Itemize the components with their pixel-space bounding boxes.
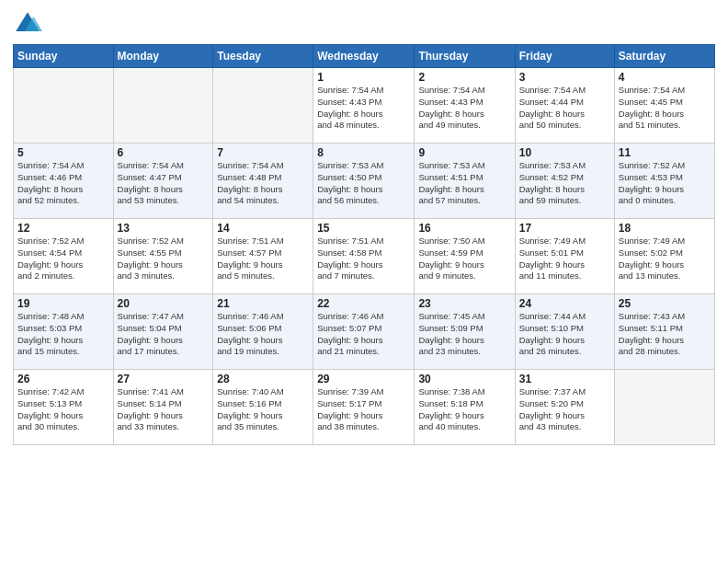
weekday-header: Thursday [415, 45, 515, 68]
calendar-cell: 29Sunrise: 7:39 AM Sunset: 5:17 PM Dayli… [313, 370, 415, 445]
day-info: Sunrise: 7:41 AM Sunset: 5:14 PM Dayligh… [118, 386, 210, 433]
day-info: Sunrise: 7:40 AM Sunset: 5:16 PM Dayligh… [217, 386, 309, 433]
calendar-cell: 27Sunrise: 7:41 AM Sunset: 5:14 PM Dayli… [113, 370, 213, 445]
day-number: 9 [418, 146, 510, 159]
calendar-cell: 21Sunrise: 7:46 AM Sunset: 5:06 PM Dayli… [213, 294, 313, 370]
day-number: 4 [619, 71, 711, 84]
day-info: Sunrise: 7:52 AM Sunset: 4:54 PM Dayligh… [17, 236, 109, 282]
calendar-week-row: 19Sunrise: 7:48 AM Sunset: 5:03 PM Dayli… [14, 294, 715, 370]
calendar-cell: 19Sunrise: 7:48 AM Sunset: 5:03 PM Dayli… [14, 294, 114, 370]
calendar-cell: 12Sunrise: 7:52 AM Sunset: 4:54 PM Dayli… [14, 219, 114, 294]
day-number: 22 [317, 297, 410, 310]
calendar-cell: 4Sunrise: 7:54 AM Sunset: 4:45 PM Daylig… [614, 68, 714, 144]
calendar-week-row: 5Sunrise: 7:54 AM Sunset: 4:46 PM Daylig… [14, 144, 715, 219]
weekday-header: Friday [515, 45, 614, 68]
calendar-week-row: 12Sunrise: 7:52 AM Sunset: 4:54 PM Dayli… [14, 219, 715, 294]
day-info: Sunrise: 7:44 AM Sunset: 5:10 PM Dayligh… [519, 311, 610, 358]
logo [13, 9, 46, 39]
day-info: Sunrise: 7:54 AM Sunset: 4:43 PM Dayligh… [317, 85, 410, 132]
day-number: 19 [17, 297, 109, 310]
day-number: 15 [317, 222, 410, 235]
calendar-cell: 31Sunrise: 7:37 AM Sunset: 5:20 PM Dayli… [515, 370, 614, 445]
weekday-header-row: SundayMondayTuesdayWednesdayThursdayFrid… [14, 45, 715, 68]
day-info: Sunrise: 7:39 AM Sunset: 5:17 PM Dayligh… [317, 386, 410, 433]
day-info: Sunrise: 7:52 AM Sunset: 4:55 PM Dayligh… [118, 236, 210, 282]
day-number: 27 [118, 373, 210, 385]
day-number: 21 [217, 297, 309, 310]
day-info: Sunrise: 7:54 AM Sunset: 4:45 PM Dayligh… [619, 85, 711, 132]
calendar-cell: 14Sunrise: 7:51 AM Sunset: 4:57 PM Dayli… [213, 219, 313, 294]
calendar-cell: 11Sunrise: 7:52 AM Sunset: 4:53 PM Dayli… [614, 144, 714, 219]
calendar-cell: 24Sunrise: 7:44 AM Sunset: 5:10 PM Dayli… [515, 294, 614, 370]
day-info: Sunrise: 7:50 AM Sunset: 4:59 PM Dayligh… [418, 236, 510, 282]
day-info: Sunrise: 7:48 AM Sunset: 5:03 PM Dayligh… [17, 311, 109, 358]
calendar-table: SundayMondayTuesdayWednesdayThursdayFrid… [13, 44, 715, 445]
day-number: 5 [17, 146, 109, 159]
calendar-cell: 20Sunrise: 7:47 AM Sunset: 5:04 PM Dayli… [113, 294, 213, 370]
calendar-cell: 9Sunrise: 7:53 AM Sunset: 4:51 PM Daylig… [415, 144, 515, 219]
header [13, 9, 715, 39]
calendar-cell: 26Sunrise: 7:42 AM Sunset: 5:13 PM Dayli… [14, 370, 114, 445]
calendar-week-row: 1Sunrise: 7:54 AM Sunset: 4:43 PM Daylig… [14, 68, 715, 144]
day-info: Sunrise: 7:45 AM Sunset: 5:09 PM Dayligh… [418, 311, 510, 358]
day-number: 1 [317, 71, 410, 84]
day-info: Sunrise: 7:37 AM Sunset: 5:20 PM Dayligh… [519, 386, 610, 433]
calendar-cell: 7Sunrise: 7:54 AM Sunset: 4:48 PM Daylig… [213, 144, 313, 219]
day-number: 17 [519, 222, 610, 235]
day-info: Sunrise: 7:46 AM Sunset: 5:07 PM Dayligh… [317, 311, 410, 358]
calendar-cell: 2Sunrise: 7:54 AM Sunset: 4:43 PM Daylig… [415, 68, 515, 144]
day-info: Sunrise: 7:43 AM Sunset: 5:11 PM Dayligh… [619, 311, 711, 358]
day-number: 24 [519, 297, 610, 310]
calendar-cell: 28Sunrise: 7:40 AM Sunset: 5:16 PM Dayli… [213, 370, 313, 445]
day-number: 28 [217, 373, 309, 385]
day-info: Sunrise: 7:46 AM Sunset: 5:06 PM Dayligh… [217, 311, 309, 358]
calendar-cell [113, 68, 213, 144]
day-number: 13 [118, 222, 210, 235]
day-info: Sunrise: 7:54 AM Sunset: 4:44 PM Dayligh… [519, 85, 610, 132]
calendar-cell: 18Sunrise: 7:49 AM Sunset: 5:02 PM Dayli… [614, 219, 714, 294]
day-number: 29 [317, 373, 410, 385]
day-info: Sunrise: 7:53 AM Sunset: 4:52 PM Dayligh… [519, 160, 610, 207]
day-number: 10 [519, 146, 610, 159]
calendar-week-row: 26Sunrise: 7:42 AM Sunset: 5:13 PM Dayli… [14, 370, 715, 445]
day-number: 30 [418, 373, 510, 385]
calendar-cell: 8Sunrise: 7:53 AM Sunset: 4:50 PM Daylig… [313, 144, 415, 219]
logo-icon [13, 9, 42, 39]
calendar-cell: 5Sunrise: 7:54 AM Sunset: 4:46 PM Daylig… [14, 144, 114, 219]
day-number: 26 [17, 373, 109, 385]
calendar-cell: 25Sunrise: 7:43 AM Sunset: 5:11 PM Dayli… [614, 294, 714, 370]
weekday-header: Saturday [614, 45, 714, 68]
calendar-cell: 23Sunrise: 7:45 AM Sunset: 5:09 PM Dayli… [415, 294, 515, 370]
day-number: 11 [619, 146, 711, 159]
day-info: Sunrise: 7:51 AM Sunset: 4:57 PM Dayligh… [217, 236, 309, 282]
calendar-cell [14, 68, 114, 144]
day-number: 3 [519, 71, 610, 84]
day-info: Sunrise: 7:38 AM Sunset: 5:18 PM Dayligh… [418, 386, 510, 433]
calendar-cell: 10Sunrise: 7:53 AM Sunset: 4:52 PM Dayli… [515, 144, 614, 219]
day-number: 25 [619, 297, 711, 310]
calendar-cell: 16Sunrise: 7:50 AM Sunset: 4:59 PM Dayli… [415, 219, 515, 294]
day-number: 8 [317, 146, 410, 159]
calendar-cell: 6Sunrise: 7:54 AM Sunset: 4:47 PM Daylig… [113, 144, 213, 219]
page: SundayMondayTuesdayWednesdayThursdayFrid… [0, 0, 728, 563]
calendar-cell: 30Sunrise: 7:38 AM Sunset: 5:18 PM Dayli… [415, 370, 515, 445]
day-info: Sunrise: 7:54 AM Sunset: 4:43 PM Dayligh… [418, 85, 510, 132]
day-info: Sunrise: 7:54 AM Sunset: 4:47 PM Dayligh… [118, 160, 210, 207]
weekday-header: Sunday [14, 45, 114, 68]
day-number: 7 [217, 146, 309, 159]
day-info: Sunrise: 7:42 AM Sunset: 5:13 PM Dayligh… [17, 386, 109, 433]
day-number: 14 [217, 222, 309, 235]
day-number: 12 [17, 222, 109, 235]
calendar-cell: 17Sunrise: 7:49 AM Sunset: 5:01 PM Dayli… [515, 219, 614, 294]
calendar-cell: 15Sunrise: 7:51 AM Sunset: 4:58 PM Dayli… [313, 219, 415, 294]
day-number: 18 [619, 222, 711, 235]
day-info: Sunrise: 7:53 AM Sunset: 4:51 PM Dayligh… [418, 160, 510, 207]
calendar-cell: 22Sunrise: 7:46 AM Sunset: 5:07 PM Dayli… [313, 294, 415, 370]
day-number: 23 [418, 297, 510, 310]
day-info: Sunrise: 7:53 AM Sunset: 4:50 PM Dayligh… [317, 160, 410, 207]
day-number: 31 [519, 373, 610, 385]
weekday-header: Wednesday [313, 45, 415, 68]
day-number: 16 [418, 222, 510, 235]
calendar-cell: 3Sunrise: 7:54 AM Sunset: 4:44 PM Daylig… [515, 68, 614, 144]
day-info: Sunrise: 7:54 AM Sunset: 4:46 PM Dayligh… [17, 160, 109, 207]
